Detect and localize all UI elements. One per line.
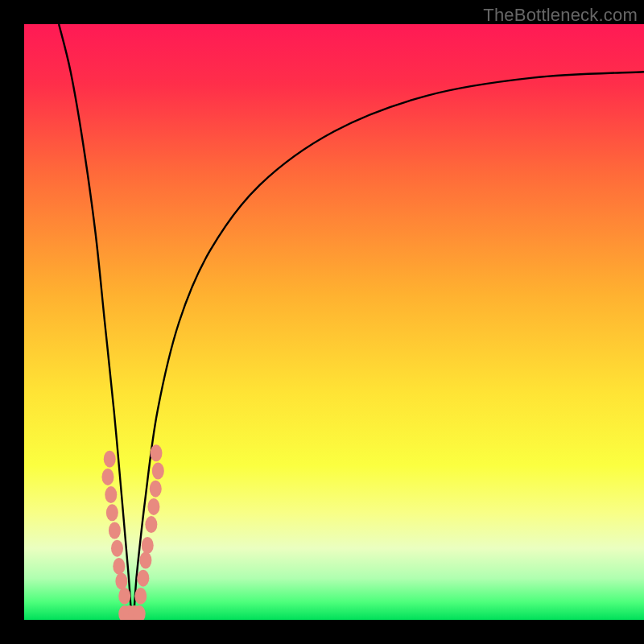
data-marker bbox=[134, 588, 147, 605]
data-marker bbox=[152, 463, 164, 480]
data-marker bbox=[151, 444, 163, 461]
data-marker bbox=[115, 572, 127, 589]
data-marker bbox=[106, 504, 118, 521]
data-marker bbox=[109, 522, 121, 539]
curve-layer bbox=[24, 24, 644, 620]
chart-frame: TheBottleneck.com bbox=[0, 0, 644, 644]
data-marker bbox=[150, 481, 162, 497]
data-marker bbox=[105, 486, 117, 503]
data-marker bbox=[137, 570, 149, 587]
data-marker bbox=[118, 588, 130, 605]
watermark-label: TheBottleneck.com bbox=[483, 5, 638, 26]
plot-area bbox=[24, 24, 644, 620]
data-marker bbox=[142, 537, 154, 554]
data-marker bbox=[139, 552, 151, 569]
data-marker bbox=[104, 451, 116, 468]
data-marker bbox=[101, 469, 114, 485]
data-markers bbox=[101, 444, 163, 620]
data-marker bbox=[147, 498, 159, 515]
bottleneck-curve bbox=[59, 24, 644, 620]
data-marker bbox=[145, 516, 157, 533]
data-marker bbox=[111, 540, 123, 557]
data-marker bbox=[113, 558, 125, 575]
